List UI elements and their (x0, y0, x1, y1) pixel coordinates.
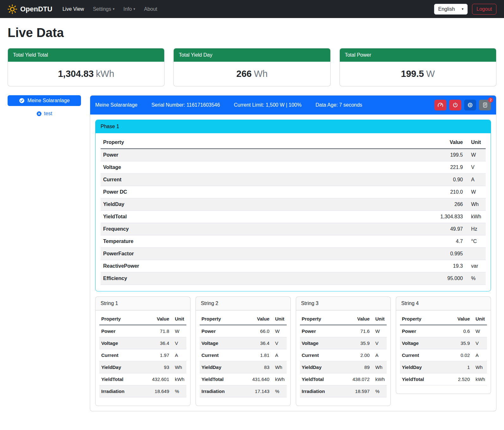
sun-icon (8, 4, 17, 14)
property-cell: YieldTotal (101, 211, 386, 223)
header-property: Property (300, 313, 347, 325)
unit-cell: W (371, 325, 387, 337)
unit-cell: Wh (371, 361, 387, 373)
table-row: Current1.97A (99, 349, 186, 361)
unit-cell: V (472, 337, 487, 349)
brand[interactable]: OpenDTU (8, 4, 52, 14)
value-cell: 4.7 (386, 235, 465, 248)
string-card-2: String 2 Property Value Unit (196, 296, 291, 406)
string-card-3: String 3 Property Value Unit (296, 296, 391, 406)
property-cell: Current (200, 349, 246, 361)
value-cell: 19.3 (386, 260, 465, 272)
nav-item-label: Live View (62, 6, 84, 12)
property-cell: Temperature (101, 235, 386, 248)
event-log-button[interactable]: 2 (479, 100, 491, 110)
string-table-head: Property Value Unit (99, 313, 186, 325)
gauge-icon (437, 102, 444, 108)
table-row: YieldDay93Wh (99, 361, 186, 373)
property-cell: Voltage (300, 337, 347, 349)
table-row: Power199.5W (101, 149, 486, 161)
inverter-panel: Meine Solaranlage Serial Number: 1161716… (90, 95, 496, 411)
property-cell: Power (200, 325, 246, 337)
string-table: Property Value Unit Power66.0WVoltage36.… (200, 313, 287, 397)
header-property: Property (200, 313, 246, 325)
cpu-icon (467, 102, 473, 108)
table-header-row: Property Value Unit (101, 136, 486, 149)
property-cell: YieldTotal (200, 373, 246, 385)
header-value: Value (386, 136, 465, 149)
property-cell: YieldDay (400, 361, 447, 373)
table-row: Current2.00A (300, 349, 387, 361)
property-cell: Current (99, 349, 146, 361)
unit-cell: % (171, 385, 186, 397)
header-property: Property (99, 313, 146, 325)
table-row: Voltage36.4V (200, 337, 287, 349)
table-header-row: Property Value Unit (99, 313, 186, 325)
table-row: PowerFactor0.995 (101, 248, 486, 260)
card-value-row: 1,304.83kWh (8, 62, 164, 86)
unit-cell: % (271, 385, 287, 397)
nav-item-live-view[interactable]: Live View (58, 4, 88, 15)
inverter-serial: Serial Number: 116171603546 (151, 102, 220, 108)
language-select[interactable]: English ▾ (434, 4, 468, 15)
string-table-head: Property Value Unit (400, 313, 487, 325)
table-row: Temperature4.7°C (101, 235, 486, 248)
property-cell: YieldTotal (300, 373, 347, 385)
table-row: Power71.8W (99, 325, 186, 337)
unit-cell: W (271, 325, 287, 337)
property-cell: PowerFactor (101, 248, 386, 260)
logout-button[interactable]: Logout (472, 4, 496, 15)
power-icon (452, 102, 458, 108)
table-row: Voltage35.9V (400, 337, 487, 349)
inverter-name: Meine Solaranlage (95, 102, 137, 108)
unit-cell: kWh (271, 373, 287, 385)
unit-cell: W (472, 325, 487, 337)
nav-item-info[interactable]: Info ▾ (119, 4, 140, 15)
header-unit: Unit (371, 313, 387, 325)
string-table-body: Power71.6WVoltage35.9VCurrent2.00AYieldD… (300, 325, 387, 397)
sidebar-item-test[interactable]: test (8, 111, 81, 116)
value-cell: 18.649 (146, 385, 171, 397)
power-button[interactable] (449, 100, 461, 110)
inverter-select-button[interactable]: Meine Solaranlage (8, 95, 81, 106)
check-circle-icon (19, 98, 25, 103)
property-cell: YieldDay (99, 361, 146, 373)
value-cell: 0.6 (447, 325, 472, 337)
value-cell: 2.520 (447, 373, 472, 385)
card-unit: kWh (96, 69, 114, 79)
unit-cell: A (465, 174, 486, 186)
journal-icon (482, 102, 488, 108)
unit-cell: % (371, 385, 387, 397)
navbar-right: English ▾ Logout (434, 4, 496, 15)
value-cell: 1.97 (146, 349, 171, 361)
nav-item-label: Settings (93, 6, 111, 12)
header-unit: Unit (465, 136, 486, 149)
header-unit: Unit (171, 313, 186, 325)
value-cell: 1,304.833 (386, 211, 465, 223)
unit-cell: Wh (271, 361, 287, 373)
nav-item-settings[interactable]: Settings ▾ (89, 4, 119, 15)
property-cell: Irradiation (300, 385, 347, 397)
unit-cell: V (271, 337, 287, 349)
value-cell: 71.6 (347, 325, 371, 337)
property-cell: Efficiency (101, 272, 386, 285)
chevron-down-icon: ▾ (462, 7, 464, 11)
property-cell: Power (400, 325, 447, 337)
chevron-down-icon: ▾ (134, 7, 135, 11)
nav-item-about[interactable]: About (140, 4, 162, 15)
value-cell: 49.97 (386, 223, 465, 235)
value-cell: 36.4 (146, 337, 171, 349)
unit-cell: kWh (472, 373, 487, 385)
value-cell: 35.9 (447, 337, 472, 349)
table-row: Power66.0W (200, 325, 287, 337)
property-cell: Power DC (101, 186, 386, 198)
unit-cell: °C (465, 235, 486, 248)
limit-settings-button[interactable] (434, 100, 446, 110)
event-count-badge: 2 (488, 97, 493, 103)
card-title: Total Yield Day (174, 48, 330, 62)
value-cell: 266 (386, 198, 465, 211)
string-title: String 3 (296, 297, 391, 310)
device-info-button[interactable] (464, 100, 476, 110)
value-cell: 1 (447, 361, 472, 373)
property-cell: ReactivePower (101, 260, 386, 272)
